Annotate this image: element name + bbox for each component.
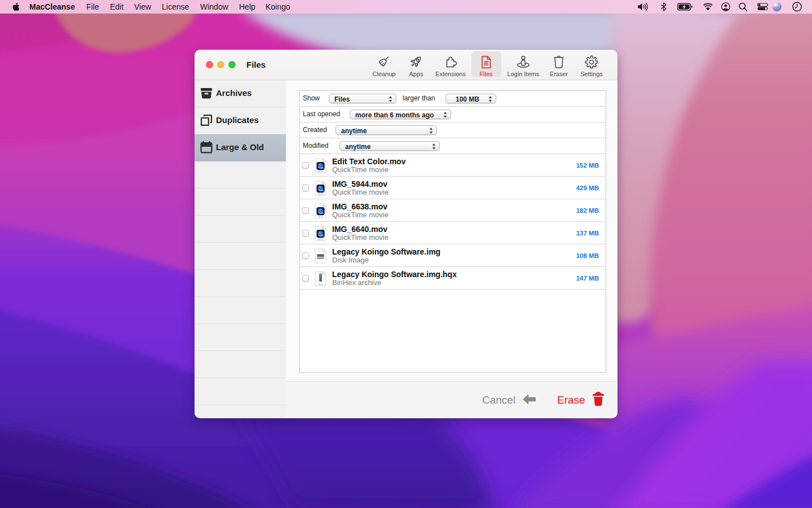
svg-text:HQX: HQX bbox=[319, 283, 323, 286]
svg-text:MOV: MOV bbox=[318, 170, 323, 173]
svg-text:MOV: MOV bbox=[318, 238, 323, 240]
svg-text:MOV: MOV bbox=[318, 193, 323, 195]
svg-text:MOV: MOV bbox=[318, 216, 323, 218]
